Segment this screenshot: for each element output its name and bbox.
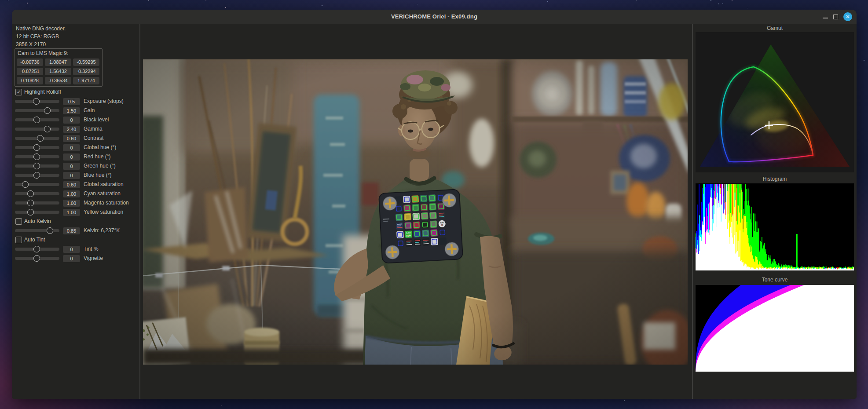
slider-value-global-hue[interactable]: 0	[63, 144, 80, 151]
slider-thumb-cyan-saturation[interactable]	[27, 190, 34, 197]
star	[864, 60, 864, 61]
slider-thumb-black-level[interactable]	[33, 117, 40, 123]
slider-label: Blue hue (°)	[84, 171, 112, 180]
star	[221, 405, 222, 406]
slider-value-red-hue[interactable]: 0	[63, 153, 80, 161]
slider-value-kelvin[interactable]: 0.85	[63, 227, 80, 234]
slider-label: Gamma	[84, 124, 103, 134]
slider-row-global-hue: 0Global hue (°)	[12, 143, 139, 152]
slider-row-global-saturation: 0.60Global saturation	[12, 180, 139, 189]
slider-value-magenta-saturation[interactable]: 1.00	[63, 200, 80, 207]
histogram-display	[696, 183, 854, 270]
decoder-cfa-line: 12 bit CFA: RGGB	[16, 33, 59, 40]
checkbox-auto-tint[interactable]	[15, 237, 22, 243]
checkbox-row-auto-kelvin: Auto Kelvin	[12, 217, 139, 226]
star	[148, 0, 149, 1]
slider-label: Global saturation	[84, 180, 124, 189]
window-title: VERICHROME Oriel - Ex09.dng	[12, 10, 857, 24]
slider-thumb-gamma[interactable]	[44, 126, 51, 132]
photo-preview: S/N10Life91%	[143, 59, 688, 365]
matrix-cell[interactable]: 1.97174	[73, 77, 99, 84]
slider-row-tint: 0Tint %	[12, 245, 139, 254]
slider-thumb-contrast[interactable]	[37, 135, 44, 142]
decode-settings-panel: Native DNG decoder. 12 bit CFA: RGGB 385…	[12, 24, 139, 399]
slider-row-contrast: 0.60Contrast	[12, 134, 139, 143]
slider-value-yellow-saturation[interactable]: 1.00	[63, 209, 80, 216]
slider-track-gain[interactable]	[15, 109, 59, 112]
slider-thumb-red-hue[interactable]	[33, 153, 40, 160]
checkbox-label: Highlight Rolloff	[24, 88, 61, 97]
slider-value-gain[interactable]: 1.50	[63, 107, 80, 114]
slider-value-black-level[interactable]: 0	[63, 117, 80, 124]
slider-row-magenta-saturation: 1.00Magenta saturation	[12, 198, 139, 208]
slider-value-contrast[interactable]: 0.60	[63, 135, 80, 142]
slider-thumb-vignette[interactable]	[33, 255, 40, 262]
matrix-label: Cam to LMS Magic 9:	[18, 50, 68, 56]
slider-label: Black level	[84, 115, 109, 124]
slider-label: Exposure (stops)	[84, 97, 124, 106]
maximize-button[interactable]	[833, 15, 838, 19]
star	[624, 400, 625, 401]
slider-value-exposure[interactable]: 0.5	[63, 98, 80, 105]
histogram-panel-title: Histogram	[696, 175, 854, 183]
close-button[interactable]: ✕	[843, 12, 852, 21]
slider-label: Magenta saturation	[84, 198, 129, 208]
star	[722, 3, 723, 4]
checkbox-auto-kelvin[interactable]	[15, 218, 22, 225]
titlebar[interactable]: VERICHROME Oriel - Ex09.dng ✕	[12, 10, 857, 24]
slider-value-cyan-saturation[interactable]: 1.00	[63, 190, 80, 197]
left-divider[interactable]	[139, 24, 140, 399]
matrix-cell[interactable]: -0.00736	[17, 58, 43, 66]
slider-thumb-global-hue[interactable]	[33, 144, 40, 151]
right-divider[interactable]	[692, 24, 693, 399]
slider-thumb-yellow-saturation[interactable]	[27, 209, 34, 215]
slider-thumb-exposure[interactable]	[33, 98, 40, 105]
slider-label: Kelvin: 6,237°K	[84, 226, 120, 235]
slider-thumb-green-hue[interactable]	[33, 163, 40, 169]
slider-track-yellow-saturation[interactable]	[15, 211, 59, 214]
matrix-cell[interactable]: -0.59295	[73, 58, 99, 66]
matrix-cell[interactable]: -0.32294	[73, 68, 99, 75]
checkbox-label: Auto Kelvin	[24, 217, 51, 226]
star	[747, 8, 747, 8]
slider-row-gain: 1.50Gain	[12, 106, 139, 115]
slider-thumb-tint[interactable]	[33, 246, 40, 252]
checkbox-row-auto-tint: Auto Tint	[12, 235, 139, 245]
slider-label: Green hue (°)	[84, 161, 116, 171]
slider-track-cyan-saturation[interactable]	[15, 192, 59, 195]
slider-thumb-kelvin[interactable]	[47, 227, 53, 234]
star	[718, 3, 720, 4]
slider-value-blue-hue[interactable]: 0	[63, 172, 80, 179]
slider-thumb-magenta-saturation[interactable]	[27, 200, 34, 206]
slider-thumb-gain[interactable]	[44, 107, 51, 114]
slider-value-tint[interactable]: 0	[63, 246, 80, 253]
slider-track-gamma[interactable]	[15, 128, 59, 131]
matrix-cell[interactable]: 1.56432	[45, 68, 71, 75]
slider-row-gamma: 2.40Gamma	[12, 124, 139, 134]
slider-label: Global hue (°)	[84, 143, 116, 152]
slider-track-magenta-saturation[interactable]	[15, 201, 59, 204]
star	[225, 7, 226, 7]
minimize-button[interactable]	[823, 18, 828, 18]
matrix-cell[interactable]: -0.87251	[17, 68, 43, 75]
slider-value-global-saturation[interactable]: 0.60	[63, 181, 80, 188]
slider-row-green-hue: 0Green hue (°)	[12, 161, 139, 171]
slider-value-vignette[interactable]: 0	[63, 255, 80, 262]
matrix-cell[interactable]: 0.10828	[17, 77, 43, 84]
star	[636, 0, 637, 0]
matrix-cell[interactable]: 1.08047	[45, 58, 71, 66]
tone-curve-panel-title: Tone curve	[696, 276, 854, 283]
checkbox-highlight-rolloff[interactable]: ✓	[15, 89, 22, 95]
checkbox-row-highlight-rolloff: ✓Highlight Rolloff	[12, 88, 139, 97]
star	[547, 1, 548, 2]
slider-value-gamma[interactable]: 2.40	[63, 126, 80, 133]
slider-row-exposure: 0.5Exposure (stops)	[12, 97, 139, 106]
matrix-cell[interactable]: -0.36534	[45, 77, 71, 84]
slider-thumb-blue-hue[interactable]	[33, 172, 40, 179]
slider-row-red-hue: 0Red hue (°)	[12, 152, 139, 161]
slider-value-green-hue[interactable]: 0	[63, 163, 80, 170]
slider-row-kelvin: 0.85Kelvin: 6,237°K	[12, 226, 139, 235]
decoder-resolution-line: 3856 X 2170	[16, 40, 46, 48]
slider-label: Tint %	[84, 245, 99, 254]
slider-thumb-global-saturation[interactable]	[22, 181, 29, 188]
